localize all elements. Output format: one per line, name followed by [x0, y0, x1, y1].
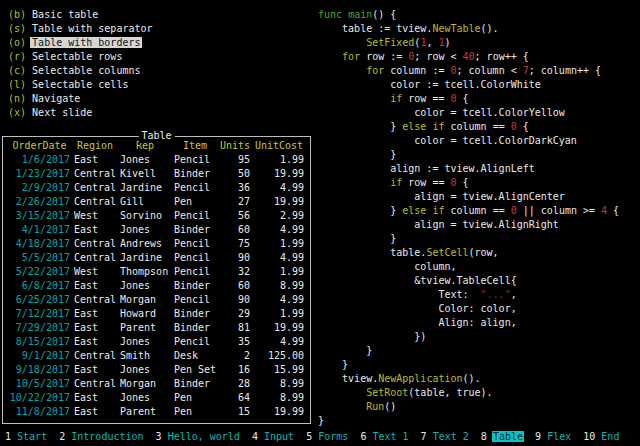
code-line: Text: "...", — [318, 288, 619, 302]
table-row: 6/25/2017CentralMorganPencil904.99 — [3, 293, 310, 307]
code-token: color := tcell.ColorWhite — [318, 79, 541, 90]
table-cell: Pencil — [174, 237, 216, 251]
table-cell: 7/29/2017 — [9, 321, 70, 335]
code-token: ; row < — [414, 51, 462, 62]
code-token: ; column < — [457, 65, 523, 76]
code-line: SetFixed(1, 1) — [318, 36, 619, 50]
table-cell: 60 — [220, 223, 250, 237]
table-cell: 7/12/2017 — [9, 307, 70, 321]
code-token: align = tview.AlignRight — [318, 219, 559, 230]
table-cell: 1.99 — [254, 237, 304, 251]
menu-item-table-with-borders[interactable]: (o) Table with borders — [8, 36, 153, 50]
code-token: Run — [366, 401, 384, 412]
statusbar-item-forms[interactable]: 5 Forms — [306, 431, 348, 442]
slide-number: 5 — [306, 431, 312, 442]
table-cell: East — [74, 223, 116, 237]
code-token: () — [384, 401, 396, 412]
table-cell: 50 — [220, 167, 250, 181]
table-cell: 1/6/2017 — [9, 153, 70, 167]
table-cell: Pencil — [174, 153, 216, 167]
statusbar-item-end[interactable]: 10 End — [583, 431, 619, 442]
table-cell: Central — [74, 349, 116, 363]
menu-item-selectable-columns[interactable]: (c) Selectable columns — [8, 64, 153, 78]
menu-item-key: (n) — [8, 93, 26, 104]
table-row: 7/12/2017EastHowardBinder291.99 — [3, 307, 310, 321]
table-row: 10/22/2017EastJonesPen648.99 — [3, 391, 310, 405]
table-cell: East — [74, 363, 116, 377]
statusbar-item-start[interactable]: 1 Start — [5, 431, 47, 442]
source-code-pane: func main() { table := tview.NewTable().… — [318, 8, 619, 428]
statusbar-item-text-2[interactable]: 7 Text 2 — [421, 431, 469, 442]
table-cell: 2.99 — [254, 209, 304, 223]
statusbar-item-text-1[interactable]: 6 Text 1 — [360, 431, 408, 442]
table-cell: Parent — [120, 321, 170, 335]
slide-number: 3 — [156, 431, 162, 442]
statusbar-item-introduction[interactable]: 2 Introduction — [59, 431, 143, 442]
table-cell: 81 — [220, 321, 250, 335]
slide-number: 1 — [5, 431, 11, 442]
code-token: &tview.TableCell{ — [318, 275, 517, 286]
table-row: 9/1/2017CentralSmithDesk2125.00 — [3, 349, 310, 363]
code-token: (table, true). — [408, 387, 492, 398]
slide-label: Table — [492, 431, 524, 442]
slide-label: Text 1 — [372, 431, 408, 442]
code-line: align = tview.AlignRight — [318, 218, 619, 232]
table-cell: Pen — [174, 195, 216, 209]
terminal-screen: (b) Basic table(s) Table with separator(… — [0, 0, 640, 446]
table-cell: Howard — [120, 307, 170, 321]
code-token: table. — [318, 247, 426, 258]
table-cell: Jones — [120, 335, 170, 349]
statusbar-item-flex[interactable]: 9 Flex — [535, 431, 571, 442]
code-token: Color: color, — [318, 303, 517, 314]
table-row: 5/22/2017WestThompsonPencil321.99 — [3, 265, 310, 279]
slide-number: 10 — [583, 431, 595, 442]
table-cell: 8.99 — [254, 279, 304, 293]
table-cell: Pencil — [174, 209, 216, 223]
code-token: { — [457, 177, 469, 188]
table-cell: Smith — [120, 349, 170, 363]
code-token: func — [318, 9, 342, 20]
table-cell: Jardine — [120, 251, 170, 265]
code-line: Run() — [318, 400, 619, 414]
table-cell: Kivell — [120, 167, 170, 181]
code-line: Align: align, — [318, 316, 619, 330]
table-cell: Andrews — [120, 237, 170, 251]
code-token: column == — [444, 121, 510, 132]
table-cell: East — [74, 307, 116, 321]
code-token: (). — [481, 23, 499, 34]
table-cell: 95 — [220, 153, 250, 167]
table-cell: East — [74, 153, 116, 167]
menu-item-basic-table[interactable]: (b) Basic table — [8, 8, 153, 22]
table-cell: West — [74, 265, 116, 279]
code-line: Color: color, — [318, 302, 619, 316]
table-cell: Pen Set — [174, 363, 216, 377]
table-cell: 1.99 — [254, 265, 304, 279]
code-token: tview. — [318, 373, 378, 384]
table-cell: Desk — [174, 349, 216, 363]
code-token: main — [348, 9, 372, 20]
code-line: table := tview.NewTable(). — [318, 22, 619, 36]
menu-item-selectable-cells[interactable]: (l) Selectable cells — [8, 78, 153, 92]
code-token: if — [390, 177, 402, 188]
table-cell: East — [74, 405, 116, 419]
statusbar-item-table[interactable]: 8 Table — [481, 431, 523, 442]
menu-item-selectable-rows[interactable]: (r) Selectable rows — [8, 50, 153, 64]
menu-item-key: (s) — [8, 23, 26, 34]
statusbar-item-input[interactable]: 4 Input — [252, 431, 294, 442]
code-line: table.SetCell(row, — [318, 246, 619, 260]
table-header-cell: Units — [220, 139, 250, 153]
table-row: 5/5/2017CentralJardinePencil904.99 — [3, 251, 310, 265]
slide-label: Forms — [318, 431, 348, 442]
slide-number: 7 — [421, 431, 427, 442]
table-row: 4/18/2017CentralAndrewsPencil751.99 — [3, 237, 310, 251]
slide-number: 9 — [535, 431, 541, 442]
table-cell: 3/15/2017 — [9, 209, 70, 223]
table-cell: 11/8/2017 — [9, 405, 70, 419]
code-line: align := tview.AlignLeft — [318, 162, 619, 176]
menu-item-next-slide[interactable]: (x) Next slide — [8, 106, 153, 120]
statusbar-item-hello-world[interactable]: 3 Hello, world — [156, 431, 240, 442]
menu-item-navigate[interactable]: (n) Navigate — [8, 92, 153, 106]
slide-statusbar: 1 Start 2 Introduction 3 Hello, world 4 … — [5, 430, 619, 444]
menu-item-table-with-separator[interactable]: (s) Table with separator — [8, 22, 153, 36]
code-token: Text: — [318, 289, 481, 300]
